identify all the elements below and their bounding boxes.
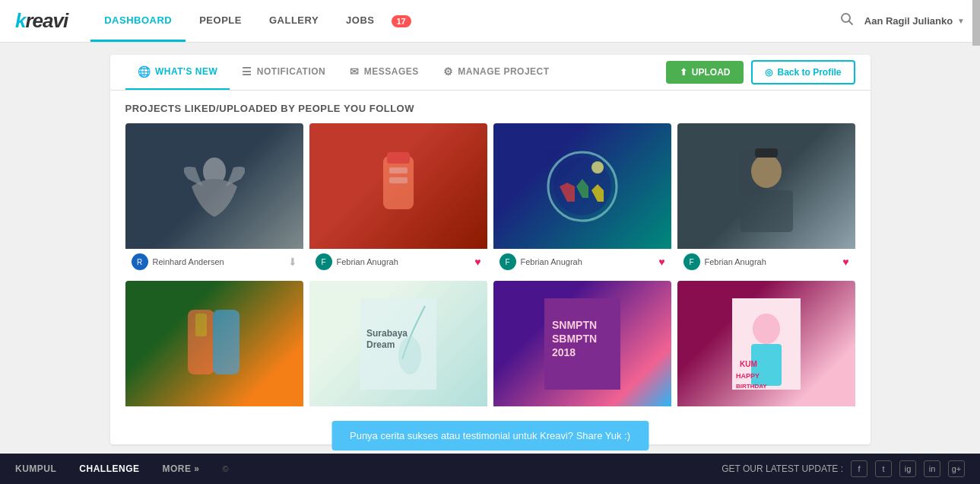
search-icon[interactable]	[840, 12, 854, 30]
avatar-4: F	[683, 253, 700, 270]
nav-people[interactable]: PEOPLE	[186, 1, 255, 42]
project-footer-5	[125, 406, 303, 429]
project-card-5	[125, 281, 303, 429]
svg-text:BIRTHDAY: BIRTHDAY	[736, 383, 767, 390]
heart-icon-2[interactable]: ♥	[474, 256, 480, 268]
nav-links: DASHBOARD PEOPLE GALLERY JOBS 17	[90, 1, 411, 42]
notification-badge: 17	[392, 15, 411, 27]
bottom-link-more[interactable]: MORE »	[163, 463, 200, 474]
linkedin-icon[interactable]: in	[924, 460, 940, 477]
svg-rect-14	[740, 190, 793, 232]
content-card: 🌐 WHAT'S NEW ☰ NOTIFICATION ✉ MESSAGES ⚙…	[110, 55, 871, 444]
svg-point-13	[751, 154, 782, 188]
svg-point-12	[591, 161, 604, 174]
svg-text:KUM: KUM	[740, 360, 757, 368]
instagram-icon[interactable]: ig	[899, 460, 916, 477]
project-author-1: Reinhard Andersen	[153, 257, 284, 266]
project-image-6: Surabaya Dream	[309, 281, 487, 406]
tab-whats-new-label: WHAT'S NEW	[155, 66, 217, 77]
googleplus-icon[interactable]: g+	[948, 460, 965, 477]
project-footer-8	[677, 406, 855, 429]
list-icon: ☰	[242, 65, 252, 78]
project-author-4: Febrian Anugrah	[705, 257, 839, 266]
project-image-7: SNMPTN SBMPTN 2018	[493, 281, 671, 406]
toast-notification[interactable]: Punya cerita sukses atau testimonial unt…	[331, 421, 649, 451]
scrollbar-thumb[interactable]	[972, 0, 980, 46]
project-footer-2: F Febrian Anugrah ♥	[309, 249, 487, 275]
project-image-5	[125, 281, 303, 406]
svg-line-1	[848, 21, 852, 25]
brand-logo[interactable]: kreavi	[15, 9, 68, 33]
profile-icon: ◎	[765, 67, 772, 78]
heart-icon-3[interactable]: ♥	[658, 256, 664, 268]
avatar-1: R	[132, 253, 148, 270]
svg-point-22	[398, 336, 421, 374]
avatar-2: F	[316, 253, 332, 270]
svg-rect-5	[389, 167, 408, 174]
project-image-2	[309, 123, 487, 249]
tab-notification-label: NOTIFICATION	[257, 66, 325, 77]
facebook-icon[interactable]: f	[851, 460, 867, 477]
main-wrapper: 🌐 WHAT'S NEW ☰ NOTIFICATION ✉ MESSAGES ⚙…	[0, 55, 980, 444]
scrollbar-track	[972, 0, 980, 42]
user-menu[interactable]: Aan Ragil Julianko ▼	[864, 15, 965, 27]
bottom-bar: KUMPUL CHALLENGE MORE » © GET OUR LATEST…	[0, 454, 980, 484]
download-icon[interactable]: ⬇	[288, 256, 297, 268]
svg-point-29	[753, 314, 780, 344]
svg-text:HAPPY: HAPPY	[736, 372, 760, 380]
project-image-8: KUM HAPPY BIRTHDAY	[677, 281, 855, 406]
bottom-link-kumpul[interactable]: KUMPUL	[15, 463, 56, 474]
project-footer-1: R Reinhard Andersen ⬇	[125, 249, 303, 275]
tab-notification[interactable]: ☰ NOTIFICATION	[230, 55, 338, 90]
project-card-6: Surabaya Dream	[309, 281, 487, 429]
svg-rect-27	[544, 298, 620, 390]
avatar-3: F	[500, 253, 516, 270]
project-footer-4: F Febrian Anugrah ♥	[677, 249, 855, 275]
globe-icon: 🌐	[138, 65, 151, 78]
tab-manage-project[interactable]: ⚙ MANAGE PROJECT	[431, 55, 562, 90]
gear-icon: ⚙	[443, 65, 454, 78]
svg-rect-17	[213, 310, 239, 374]
tab-whats-new[interactable]: 🌐 WHAT'S NEW	[125, 55, 230, 90]
project-card-8: KUM HAPPY BIRTHDAY	[677, 281, 855, 429]
heart-icon-4[interactable]: ♥	[842, 256, 848, 268]
project-image-4	[677, 123, 855, 249]
chevron-down-icon: ▼	[957, 17, 965, 25]
project-grid: R Reinhard Andersen ⬇ F Febr	[110, 123, 871, 429]
project-card-4: F Febrian Anugrah ♥	[677, 123, 855, 275]
top-navigation: kreavi DASHBOARD PEOPLE GALLERY JOBS 17 …	[0, 0, 980, 43]
bottom-link-challenge[interactable]: CHALLENGE	[79, 463, 139, 474]
tab-manage-label: MANAGE PROJECT	[458, 66, 549, 77]
svg-text:Dream: Dream	[366, 339, 395, 350]
tab-messages-label: MESSAGES	[364, 66, 419, 77]
project-author-3: Febrian Anugrah	[521, 257, 655, 266]
project-card-3: F Febrian Anugrah ♥	[493, 123, 671, 275]
tabs-bar: 🌐 WHAT'S NEW ☰ NOTIFICATION ✉ MESSAGES ⚙…	[110, 55, 871, 91]
section-title: PROJECTS LIKED/UPLOADED BY PEOPLE YOU FO…	[110, 91, 871, 123]
svg-rect-15	[755, 148, 778, 158]
tabs-actions: ⬆ UPLOAD ◎ Back to Profile	[666, 60, 855, 84]
tab-messages[interactable]: ✉ MESSAGES	[338, 55, 431, 90]
upload-button[interactable]: ⬆ UPLOAD	[666, 61, 744, 84]
project-footer-3: F Febrian Anugrah ♥	[493, 249, 671, 275]
svg-rect-18	[195, 314, 207, 336]
nav-dashboard[interactable]: DASHBOARD	[90, 1, 186, 42]
bottom-right: GET OUR LATEST UPDATE : f t ig in g+	[722, 460, 965, 477]
upload-icon: ⬆	[680, 67, 687, 78]
nav-gallery[interactable]: GALLERY	[255, 1, 332, 42]
project-card-1: R Reinhard Andersen ⬇	[125, 123, 303, 275]
project-image-3	[493, 123, 671, 249]
svg-rect-4	[387, 152, 410, 164]
project-author-2: Febrian Anugrah	[337, 257, 471, 266]
envelope-icon: ✉	[350, 65, 360, 78]
newsletter-label: GET OUR LATEST UPDATE :	[722, 463, 843, 474]
twitter-icon[interactable]: t	[875, 460, 892, 477]
project-card-2: F Febrian Anugrah ♥	[309, 123, 487, 275]
copyright-symbol: ©	[223, 464, 229, 473]
back-to-profile-button[interactable]: ◎ Back to Profile	[751, 60, 855, 84]
user-name: Aan Ragil Julianko	[864, 15, 953, 27]
project-image-1	[125, 123, 303, 249]
nav-jobs[interactable]: JOBS	[332, 1, 388, 42]
nav-right: Aan Ragil Julianko ▼	[840, 12, 965, 30]
svg-rect-6	[389, 177, 408, 183]
